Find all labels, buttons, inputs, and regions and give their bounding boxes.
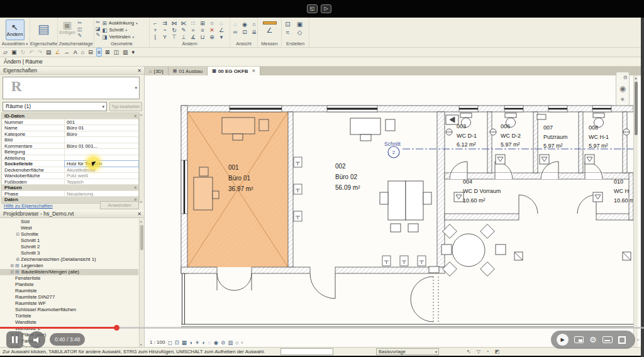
property-value[interactable]: Büro 01 [65, 125, 138, 131]
captions-button[interactable] [602, 336, 613, 343]
multi-icon[interactable]: » [189, 27, 197, 33]
offset-icon[interactable]: ⇉ [160, 20, 169, 26]
paste-button[interactable]: ▣ Einfügen [59, 20, 75, 38]
rotate-icon[interactable]: ↻ [170, 27, 179, 33]
property-row[interactable]: KommentareBüro 01 001... [2, 143, 138, 150]
property-row[interactable]: Bild [2, 137, 138, 143]
measure-ruler-icon[interactable] [263, 21, 277, 25]
view-tab[interactable]: ▦01 Ausbau [169, 67, 208, 75]
nudge-icon[interactable]: ~ [160, 27, 169, 33]
close-icon[interactable]: ✕ [252, 69, 255, 74]
switch-windows-icon[interactable]: ◫ [113, 48, 119, 56]
fullscreen-button[interactable] [618, 336, 626, 344]
panel-label-view[interactable]: Ansicht [230, 41, 257, 47]
canvas-scrollbar[interactable]: ▴ [633, 75, 638, 347]
property-value[interactable] [65, 155, 138, 161]
pip-icon[interactable]: ◱ [307, 4, 318, 13]
geometry-tool[interactable]: ⊞Ausklinkung▾ [103, 19, 138, 26]
close-icon[interactable]: ✕ [137, 67, 142, 75]
align-icon[interactable]: ⌐ [151, 20, 160, 26]
expand-plus-icon[interactable]: ⊞ [9, 263, 15, 269]
customize-icon[interactable]: ▾ [131, 48, 136, 56]
video-progress-handle[interactable] [114, 325, 119, 331]
tree-item[interactable]: ⊞Zeichenansichten (Detailansicht 1) [0, 256, 138, 263]
floor-plan-view[interactable]: 2 Schnitt 001 Büro 01 36.97 m² 002 Büro … [145, 75, 633, 347]
ghost-icon[interactable]: ◌ [217, 20, 226, 26]
property-row[interactable]: FußbodenTeppich [2, 179, 138, 185]
analytical-icon[interactable]: ⌂ [235, 339, 238, 346]
panel-label-create[interactable]: Erstellen [282, 41, 309, 47]
property-row[interactable]: PhaseNeuplanung [2, 191, 138, 197]
redo-icon[interactable]: ↷ [37, 48, 43, 56]
filter-icon[interactable]: ▽ [477, 349, 480, 354]
element-filter-dropdown[interactable]: Räume (1) [3, 102, 107, 111]
paint-icon[interactable]: ◪ [96, 26, 101, 31]
hide-icon[interactable]: ◌ [231, 21, 239, 28]
view-tab[interactable]: ⌂{3D} [145, 67, 169, 75]
view-scale[interactable]: 1 : 100 [150, 339, 165, 345]
property-row[interactable]: SockelleisteHolz für Teppich [2, 161, 138, 167]
tree-item[interactable]: ⊟▤Bauteillisten/Mengen (alle) [0, 269, 138, 275]
scrollbar-thumb[interactable] [635, 82, 638, 135]
edit-type-button[interactable]: Typ bearbeiten [109, 102, 142, 111]
properties-icon[interactable]: ▤ [31, 19, 56, 40]
settings-gear-icon[interactable]: ⚙ [589, 336, 597, 344]
insert-icon[interactable]: ⊕ [208, 34, 216, 40]
tree-item[interactable]: Fensterliste [0, 275, 138, 282]
tree-item[interactable]: Süd [0, 219, 138, 225]
unpin-icon[interactable]: ⊥ [179, 34, 188, 40]
measure-icon[interactable]: ∠ [55, 48, 61, 56]
ui-icon[interactable]: ▥ [122, 48, 129, 56]
shadows-icon[interactable]: ◐ [202, 339, 205, 346]
property-row[interactable]: WandoberflächePutz weiß [2, 173, 138, 179]
split-icon[interactable]: Y [160, 34, 169, 40]
section-icon[interactable]: ⊟ [87, 48, 94, 56]
temporary-icon[interactable]: ○ [250, 21, 258, 28]
property-value[interactable]: Büro [65, 131, 138, 137]
floor-plan-svg[interactable]: 2 Schnitt 001 Büro 01 36.97 m² 002 Büro … [145, 75, 633, 347]
copy-icon[interactable]: ◫ [77, 26, 82, 32]
tree-item[interactable]: Türliste [0, 313, 138, 319]
type-selector[interactable]: R ▾ [3, 77, 140, 99]
status-search-input[interactable] [280, 348, 333, 355]
move-icon[interactable]: + [151, 27, 160, 33]
property-value[interactable]: Neuplanung [65, 191, 138, 197]
tree-item[interactable]: Schnitt 1 [0, 238, 138, 244]
pin-icon[interactable]: ⊤ [170, 34, 179, 40]
undo-icon[interactable]: ↶ [28, 48, 35, 56]
reveal-hidden-icon[interactable]: ◉ [214, 339, 218, 346]
close-icon[interactable]: ✕ [137, 210, 142, 218]
panel-label-select[interactable]: Auswählen [0, 41, 30, 47]
angle-measure-icon[interactable]: ∠ [267, 27, 273, 34]
dimension-icon[interactable]: ↔ [64, 48, 70, 56]
property-value[interactable]: Teppich [65, 179, 138, 185]
property-row[interactable]: KategorieBüro [2, 131, 138, 138]
expand-minus-icon[interactable]: ⊟ [9, 269, 15, 275]
room-separator-icon[interactable]: ⊡ [283, 21, 292, 28]
edit-icon[interactable]: ✎ [179, 27, 188, 33]
group-icon[interactable]: ⊞ [198, 20, 207, 26]
pause-button[interactable] [6, 331, 23, 348]
open-icon[interactable]: ▱ [3, 48, 8, 56]
expand-minus-icon[interactable]: ⊟ [15, 231, 21, 238]
modify-button[interactable]: ↖ Ändern [6, 19, 25, 40]
cut-icon[interactable]: ✂ [77, 20, 82, 26]
scroll-up-icon[interactable]: ▴ [634, 75, 638, 80]
print-icon[interactable]: ▤ [45, 48, 52, 56]
split-face-icon[interactable]: ✂ [96, 19, 101, 25]
tree-item[interactable]: Schlüssel Raumoberflächen [0, 307, 138, 313]
apply-button[interactable]: Anwenden [100, 201, 139, 209]
property-row[interactable]: Nummer001 [2, 119, 138, 126]
pip-button[interactable] [574, 336, 584, 343]
panel-label-clipboard[interactable]: Zwischenablage [58, 41, 94, 47]
save-icon[interactable]: ▣ [11, 48, 18, 56]
select-link-icon[interactable]: ↖ [467, 349, 471, 354]
gear-icon[interactable]: ⚙ [623, 74, 628, 82]
delete-icon[interactable]: ✕ [208, 27, 216, 33]
tree-item[interactable]: West [0, 225, 138, 231]
panel-label-modify[interactable]: Ändern [150, 41, 230, 47]
design-options-icon[interactable]: ◩ [495, 349, 500, 354]
expand-controls-icon[interactable]: ▸ [637, 336, 640, 343]
tree-item[interactable]: Raumliste [0, 288, 138, 294]
play-button[interactable]: ▶ [557, 334, 569, 346]
